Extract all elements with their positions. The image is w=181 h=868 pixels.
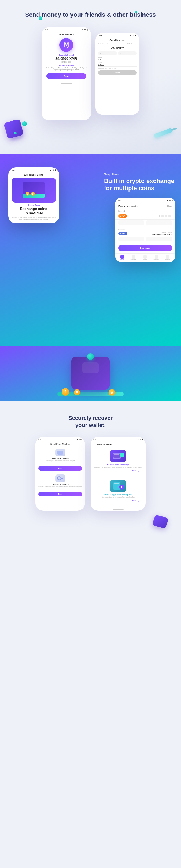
ef-title: Exchange funds [118, 205, 137, 208]
phone-title-right: Send Monero [98, 39, 137, 41]
status-bar-ef: 9:41 ▲ ⊙ ▮ [115, 197, 176, 202]
section1-headline: Send money to your friends & other busin… [5, 11, 176, 19]
amount-usd: 1071.32 USD [44, 61, 88, 63]
rw-title: Restore Wallet [97, 443, 112, 446]
nav-exchange[interactable]: exchange [130, 255, 136, 260]
exchange-tagline: Exchange coins in no-time! [11, 207, 56, 215]
status-time-restore: 9:41 [38, 438, 42, 440]
svg-rect-5 [62, 478, 62, 479]
bottom-deco [5, 511, 176, 530]
balance-value: 24.4565 [98, 46, 137, 50]
done-button[interactable]: Done [47, 73, 86, 79]
paste-icon: ⎘ [120, 53, 121, 54]
rw-back-button[interactable]: ‹ [94, 443, 95, 446]
estimation-label: Estimated fee: [98, 67, 107, 69]
restore-seed-next-button[interactable]: Next [38, 466, 82, 471]
wifi-icon-ex: ⊙ [52, 169, 54, 171]
eth-row: ETH ▾ You will receive 24.02453244 ETH [118, 231, 172, 236]
nav-exchange-icon [132, 255, 135, 258]
recipients-label: Recipients address [44, 64, 88, 66]
xmr-label: XMR: [98, 57, 137, 58]
restore-keys-title: Restore from keys [38, 483, 83, 485]
status-bar-restore-left: 9:41 ▲ ⊙ ▮ [35, 437, 85, 441]
status-time-rw: 9:41 [93, 438, 97, 440]
status-time-ex-left: 9:41 [11, 169, 16, 171]
svg-rect-10 [114, 456, 117, 456]
usd-label: USD: [98, 62, 137, 64]
phone-exchange-funds: 9:41 ▲ ⊙ ▮ Exchange funds Clear Deposit … [115, 197, 176, 262]
phone-content-left: Send Monero Ɱ Succesfuly sent! 24.0500 X… [42, 32, 91, 81]
headline-line1: Built in crypto exchange [104, 178, 174, 184]
eth-badge[interactable]: ETH ▾ [118, 232, 127, 235]
signal-icon: ▲ [81, 29, 83, 31]
address-input-box-1[interactable] [118, 220, 145, 225]
receive-address-box[interactable] [118, 237, 145, 242]
seed-icon [55, 449, 65, 456]
rw-seed-next-btn[interactable]: Next [132, 470, 136, 473]
svg-point-3 [57, 477, 61, 480]
restore-keys-next-button[interactable]: Next [38, 492, 82, 496]
status-bar-exchange-left: 9:41 ▲ ⊙ ▮ [8, 167, 59, 172]
nav-settings[interactable]: settings [165, 255, 170, 260]
ef-clear-button[interactable]: Clear [167, 205, 172, 208]
address-row [115, 220, 176, 226]
usd-row: USD: 0.0000 [98, 62, 137, 67]
exchange-button[interactable]: Exchange [118, 245, 172, 251]
estimation-value: XMR 0.04346 [108, 67, 117, 69]
machine-inner: ₿ ₿ [23, 182, 45, 198]
btc-badge[interactable]: BTC ▾ [118, 214, 127, 218]
rw-backup-title: Restore App- from backup file [94, 494, 142, 496]
restore-phones-row: 9:41 ▲ ⊙ ▮ Seed/Keys Restore Restore [5, 437, 176, 511]
headline-recover-line2: your wallet. [75, 422, 106, 428]
phone-send-form: 9:41 ▲ ⊙ ▮ Send Monero Select Wallet XMR… [96, 33, 139, 115]
tagline-line1: Exchange coins [20, 207, 47, 211]
status-time-ef: 9:41 [118, 199, 122, 201]
receive-address-box-2[interactable] [146, 237, 172, 242]
headline-line2: for multiple coins [104, 185, 154, 191]
xmr-row: XMR: 0.0000 [98, 57, 137, 61]
restore-from-seed-option: Restore from seed Restore your wallet fr… [35, 446, 85, 464]
deco-dot-2 [135, 11, 137, 13]
keys-icon [55, 474, 65, 482]
svg-rect-4 [60, 478, 63, 478]
send-button[interactable]: Send [98, 70, 137, 75]
nav-history[interactable]: history [143, 255, 147, 260]
exchange-description: Use our in app crypto exchanger to quick… [11, 216, 56, 221]
battery-restore: ▮ [81, 438, 82, 440]
svg-point-11 [120, 453, 124, 457]
status-bar-rw: 9:41 ▲ ⊙ ▮ [90, 437, 146, 441]
coin-btc-2: ₿ [31, 192, 35, 196]
ef-header: Exchange funds Clear [115, 202, 176, 209]
monero-coin-icon: Ɱ [59, 38, 73, 52]
conveyor-coin-2: ₿ [74, 389, 80, 395]
rw-backup-arrow: → [137, 500, 140, 503]
signal-restore: ▲ [77, 438, 78, 440]
battery-rw: ▮ [142, 438, 143, 440]
svg-rect-1 [58, 452, 62, 452]
phone-content-right: Send Monero Select Wallet XMR Balance 24… [96, 37, 139, 76]
battery-icon-ex: ▮ [55, 169, 56, 171]
machine-top-light [87, 353, 94, 360]
deposit-label: Deposit [115, 209, 176, 213]
deco-dot-3 [22, 121, 27, 126]
eth-receive-amount: 24.02453244 ETH [129, 233, 172, 236]
rw-header: ‹ Restore Wallet [90, 441, 146, 447]
select-wallet-label[interactable]: Select Wallet [98, 43, 108, 45]
conveyor-coin-1: ₿ [61, 388, 69, 396]
rw-backup-next-btn[interactable]: Next [132, 500, 136, 503]
rw-backup-deco [110, 480, 126, 492]
headline-recover-line1: Securely recover [68, 415, 112, 421]
wifi-ef: ⊙ [169, 199, 171, 202]
address-input-box-2[interactable] [146, 220, 172, 225]
nav-contacts[interactable]: contacts [154, 255, 159, 260]
btc-amount-input[interactable]: 0.00000000 [129, 215, 172, 217]
section2-right: Swap them! Built in crypto exchange for … [104, 167, 176, 262]
nav-wallet[interactable]: wallet [121, 255, 124, 260]
deco-syringe [151, 126, 176, 140]
swap-headline: Built in crypto exchange for multiple co… [104, 178, 176, 192]
signal-icon-right: ▲ [130, 34, 132, 36]
machine-deco-section: ₿ ₿ ₿ [0, 346, 181, 401]
scan-button[interactable]: ⊞ [98, 51, 117, 56]
phone-bottom-restore-left [55, 499, 66, 499]
paste-button[interactable]: ⎘ [118, 51, 137, 56]
